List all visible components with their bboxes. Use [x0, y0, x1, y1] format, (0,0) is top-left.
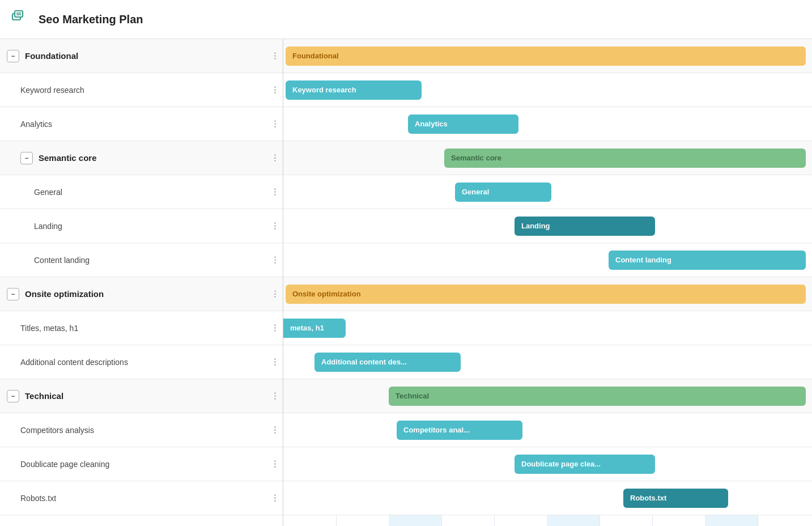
dots-semantic-core[interactable] [274, 154, 276, 162]
gantt-row-keyword-research: Keyword research [283, 73, 812, 107]
dots-analytics[interactable] [274, 120, 276, 128]
gantt-row-onsite-optimization: Onsite optimization [283, 277, 812, 311]
gantt-row-landing: Landing [283, 209, 812, 243]
row-landing: Landing [0, 209, 283, 243]
gantt-container: Foundational Keyword research Analytics [283, 39, 812, 526]
dots-foundational[interactable] [274, 52, 276, 60]
label-technical: Technical [25, 391, 270, 401]
toggle-technical[interactable]: − [7, 390, 19, 402]
row-doublicate: Doublicate page cleaning [0, 447, 283, 481]
label-analytics: Analytics [20, 120, 270, 129]
bar-semantic-core: Semantic core [444, 149, 806, 168]
row-onsite-optimization: − Onsite optimization [0, 277, 283, 311]
header: Seo Marketing Plan [0, 0, 812, 39]
gantt-row-general: General [283, 175, 812, 209]
page-title: Seo Marketing Plan [39, 13, 143, 26]
label-titles-metas: Titles, metas, h1 [20, 324, 270, 333]
dots-titles-metas[interactable] [274, 324, 276, 332]
seo-plan-icon [11, 9, 32, 29]
bar-onsite-optimization: Onsite optimization [286, 285, 806, 304]
gantt-chart: Foundational Keyword research Analytics [283, 39, 812, 526]
gantt-row-doublicate: Doublicate page clea... [283, 447, 812, 481]
row-foundational: − Foundational [0, 39, 283, 73]
label-competitors: Competitors analysis [20, 426, 270, 435]
dots-competitors[interactable] [274, 426, 276, 434]
gantt-row-technical: Technical [283, 379, 812, 413]
dots-landing[interactable] [274, 222, 276, 230]
dots-content-landing[interactable] [274, 256, 276, 264]
label-foundational: Foundational [25, 51, 270, 61]
row-technical: − Technical [0, 379, 283, 413]
label-robots: Robots.txt [20, 494, 270, 503]
toggle-onsite-optimization[interactable]: − [7, 288, 19, 300]
row-keyword-research: Keyword research [0, 73, 283, 107]
left-panel: − Foundational Keyword research Analytic… [0, 39, 283, 526]
row-robots: Robots.txt [0, 481, 283, 515]
bar-analytics: Analytics [408, 114, 518, 134]
row-additional-content: Additional content descriptions [0, 345, 283, 379]
svg-rect-1 [15, 11, 23, 17]
dots-additional-content[interactable] [274, 358, 276, 366]
label-onsite-optimization: Onsite optimization [25, 289, 270, 299]
gantt-row-competitors: Competitors anal... [283, 413, 812, 447]
dots-technical[interactable] [274, 392, 276, 400]
bar-technical: Technical [389, 387, 806, 406]
gantt-row-analytics: Analytics [283, 107, 812, 141]
label-general: General [34, 188, 270, 197]
label-additional-content: Additional content descriptions [20, 358, 270, 367]
label-doublicate: Doublicate page cleaning [20, 460, 270, 469]
gantt-row-robots: Robots.txt [283, 481, 812, 515]
main-content: − Foundational Keyword research Analytic… [0, 39, 812, 526]
label-content-landing: Content landing [34, 256, 270, 265]
label-landing: Landing [34, 222, 270, 231]
row-content-landing: Content landing [0, 243, 283, 277]
toggle-foundational[interactable]: − [7, 50, 19, 62]
dots-onsite-optimization[interactable] [274, 290, 276, 298]
bar-landing: Landing [515, 217, 655, 236]
row-general: General [0, 175, 283, 209]
gantt-row-titles-metas: metas, h1 [283, 311, 812, 345]
gantt-row-semantic-core: Semantic core [283, 141, 812, 175]
dots-general[interactable] [274, 188, 276, 196]
row-semantic-core: − Semantic core [0, 141, 283, 175]
bar-titles-metas: metas, h1 [283, 319, 346, 338]
bar-keyword-research: Keyword research [286, 80, 422, 100]
row-competitors: Competitors analysis [0, 413, 283, 447]
bar-competitors: Competitors anal... [397, 421, 522, 440]
bar-general: General [455, 183, 551, 202]
bar-doublicate: Doublicate page clea... [515, 455, 655, 474]
bar-robots: Robots.txt [623, 489, 728, 508]
gantt-row-content-landing: Content landing [283, 243, 812, 277]
dots-keyword-research[interactable] [274, 86, 276, 94]
bar-content-landing: Content landing [609, 251, 806, 270]
dots-robots[interactable] [274, 494, 276, 502]
gantt-row-additional-content: Additional content des... [283, 345, 812, 379]
row-titles-metas: Titles, metas, h1 [0, 311, 283, 345]
dots-doublicate[interactable] [274, 460, 276, 468]
row-analytics: Analytics [0, 107, 283, 141]
app-container: Seo Marketing Plan − Foundational Keywor… [0, 0, 812, 526]
label-semantic-core: Semantic core [39, 153, 270, 163]
gantt-row-foundational: Foundational [283, 39, 812, 73]
toggle-semantic-core[interactable]: − [20, 152, 33, 164]
bar-foundational: Foundational [286, 46, 806, 66]
bar-additional-content: Additional content des... [314, 353, 461, 372]
label-keyword-research: Keyword research [20, 86, 270, 95]
